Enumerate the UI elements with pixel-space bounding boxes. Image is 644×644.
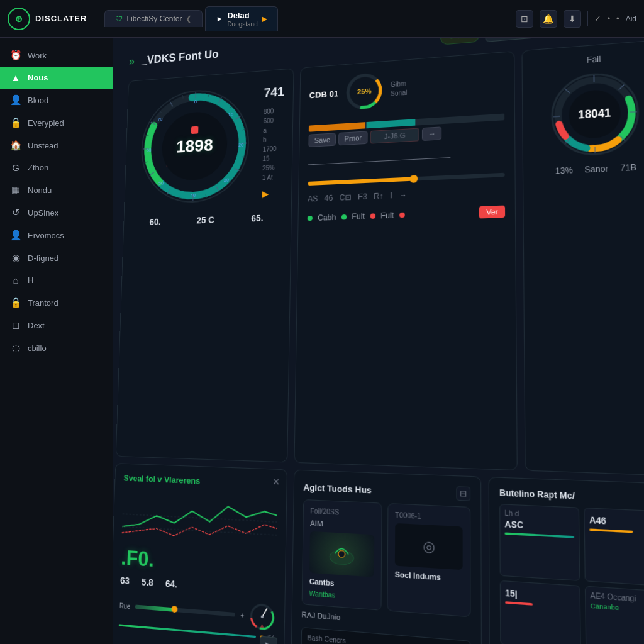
download-icon-btn[interactable]: ⬇ xyxy=(564,10,581,28)
stat-60: 60. xyxy=(150,217,162,227)
cbillo-icon: ◌ xyxy=(10,342,21,353)
rg-stat-71b: 71B xyxy=(620,163,636,174)
tab1-icon: 🛡 xyxy=(115,14,123,23)
main-gauge-panel: 0 10 20 30 40 50 60 70 xyxy=(116,68,294,462)
dext-icon: ◻ xyxy=(10,319,21,331)
icon-46[interactable]: 46 xyxy=(325,194,333,203)
br-item-4: AE4 Occangi Cananbe xyxy=(585,586,644,644)
svg-text:70: 70 xyxy=(158,116,164,122)
icon-r[interactable]: R↑ xyxy=(374,191,384,201)
icon-c[interactable]: C⊡ xyxy=(339,192,351,202)
sidebar-ervomocs-label: Ervomocs xyxy=(28,231,64,240)
card2-label: Socl Indums xyxy=(395,570,463,583)
grid-icon-btn[interactable]: ⊡ xyxy=(516,10,533,28)
tab1-label: LibectiSy Center xyxy=(126,14,182,23)
work-icon: ⏰ xyxy=(10,50,21,61)
br-item3-val: 15| xyxy=(505,587,575,602)
tnaph-button[interactable]: + Tnaph xyxy=(486,38,536,42)
sidebar-dext-label: Dext xyxy=(28,321,45,330)
svg-text:20: 20 xyxy=(238,142,244,148)
sidebar-item-trantord[interactable]: 🔒 Trantord xyxy=(0,291,113,314)
svg-text:0: 0 xyxy=(194,99,197,104)
sidebar-item-nondu[interactable]: ▦ Nondu xyxy=(0,179,113,201)
br-item-1: Lh d ASC xyxy=(499,504,580,580)
sidebar-nous-label: Nous xyxy=(28,73,48,82)
sidebar-item-dext[interactable]: ◻ Dext xyxy=(0,314,113,336)
badge-value: 660 xyxy=(457,38,471,40)
top-dot2: • xyxy=(616,14,619,23)
status-cabh: Cabh xyxy=(318,213,336,222)
section-title: _VDKS Font Uo xyxy=(142,48,219,67)
status-dot-green1 xyxy=(308,216,313,221)
icon-as[interactable]: AS xyxy=(308,194,318,204)
sidebar-nondu-label: Nondu xyxy=(28,186,52,195)
sidebar-work-label: Work xyxy=(28,51,47,60)
bell-icon-btn[interactable]: 🔔 xyxy=(540,10,557,28)
h-icon: ⌂ xyxy=(10,275,21,286)
ver-button[interactable]: Ver xyxy=(479,206,505,219)
svg-rect-39 xyxy=(191,126,199,134)
dfigned-icon: ◉ xyxy=(10,252,21,264)
sidebar-item-work[interactable]: ⏰ Work xyxy=(0,44,113,67)
sidebar-h-label: H xyxy=(28,275,33,285)
right-gauge-value: 18041 xyxy=(578,107,611,121)
sidebar: ⏰ Work ▲ Nous 👤 Blood 🔒 Everypled 🏠 Unst… xyxy=(0,38,113,644)
bottom-mid-title: Agict Tuods Hus xyxy=(303,482,372,495)
bottom-left-close[interactable]: ✕ xyxy=(272,476,280,487)
bottom-left-title: Sveal fol v Vlarerens xyxy=(123,473,277,489)
bottom-left-chart xyxy=(121,488,277,550)
top-bar: ⊕ DISCLATER 🛡 LibectiSy Center ❮ ► Delad… xyxy=(0,0,644,38)
stat-60-val: 60. xyxy=(150,217,162,227)
sidebar-item-nous[interactable]: ▲ Nous xyxy=(0,67,113,89)
tab-libectisy[interactable]: 🛡 LibectiSy Center ❮ xyxy=(104,10,203,27)
logo-icon: ⊕ xyxy=(15,14,23,24)
stat-65: 65. xyxy=(251,213,263,224)
rg-stat-sanor: Sanor xyxy=(584,164,608,175)
cdb-row: CDB 01 25% Gibm Sonal xyxy=(309,62,504,114)
rg-stat-pct: 13% xyxy=(555,165,573,176)
status-dot-green2 xyxy=(341,214,347,220)
gauge-center: 1898 xyxy=(176,135,213,157)
next-button[interactable]: ▶ xyxy=(260,636,277,644)
sidebar-item-dfigned[interactable]: ◉ D-figned xyxy=(0,247,113,269)
panels-row: 0 10 20 30 40 50 60 70 xyxy=(116,39,644,476)
sidebar-item-ervomocs[interactable]: 👤 Ervomocs xyxy=(0,224,113,247)
section-title-bar: » _VDKS Font Uo xyxy=(129,45,219,72)
tab1-chevron: ❮ xyxy=(186,14,192,23)
sidebar-item-zthon[interactable]: G Zthon xyxy=(0,157,113,179)
sidebar-everypled-label: Everypled xyxy=(28,118,64,128)
card1-image xyxy=(309,531,374,577)
content-area: » _VDKS Font Uo ● 660 + Tnaph ▲ Vulpas xyxy=(113,38,644,644)
nous-icon: ▲ xyxy=(10,72,21,83)
icon-f3[interactable]: F3 xyxy=(358,192,367,201)
blood-icon: 👤 xyxy=(10,94,21,106)
app-logo[interactable]: ⊕ xyxy=(8,8,30,30)
top-dot1: • xyxy=(608,14,611,23)
cdb-panel: CDB 01 25% Gibm Sonal xyxy=(294,51,517,470)
icon-arrow[interactable]: → xyxy=(399,191,407,200)
sidebar-item-cbillo[interactable]: ◌ cbillo xyxy=(0,336,113,359)
sidebar-item-upsinex[interactable]: ↺ UpSinex xyxy=(0,201,113,224)
bm-menu-icon[interactable]: ⊟ xyxy=(456,486,470,501)
bl-58-val: 5.8 xyxy=(142,577,153,588)
icon-row: AS 46 C⊡ F3 R↑ I → xyxy=(308,186,505,203)
bottom-row: Sveal fol v Vlarerens ✕ .F0. xyxy=(113,463,644,644)
svg-line-51 xyxy=(630,112,637,113)
svg-text:30: 30 xyxy=(224,177,230,183)
rg-pct-val: 13% xyxy=(555,165,573,176)
icon-i[interactable]: I xyxy=(390,191,392,201)
card1-id: Foil/20SS xyxy=(310,507,374,518)
right-gauge-panel: Fail xyxy=(521,39,644,476)
badge-icon: ● xyxy=(449,38,454,41)
bottom-right-title: Butelino Rapt Mc/ xyxy=(499,488,644,505)
sidebar-item-unstead[interactable]: 🏠 Unstead xyxy=(0,134,113,157)
sidebar-item-everypled[interactable]: 🔒 Everypled xyxy=(0,111,113,134)
aid-label: Aid xyxy=(626,14,636,23)
svg-line-63 xyxy=(262,609,267,617)
status-dot-red2 xyxy=(399,213,405,218)
tab-delad[interactable]: ► Delad Duogstand ▶ xyxy=(205,6,277,31)
status-dot-red1 xyxy=(370,213,375,219)
sidebar-item-h[interactable]: ⌂ H xyxy=(0,269,113,291)
nondu-icon: ▦ xyxy=(10,184,21,196)
sidebar-item-blood[interactable]: 👤 Blood xyxy=(0,89,113,111)
